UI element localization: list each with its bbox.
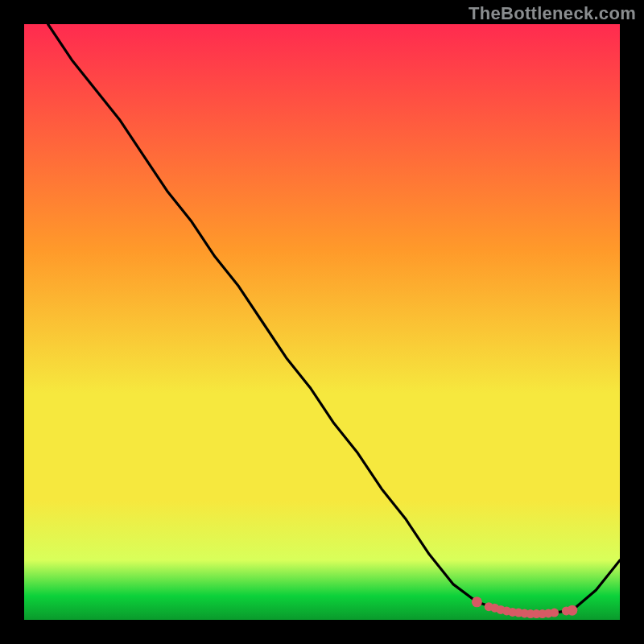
highlight-dot (550, 609, 559, 617)
highlight-dot (567, 605, 577, 616)
chart-svg (0, 0, 644, 644)
chart-container: TheBottleneck.com (0, 0, 644, 644)
highlight-dot (472, 597, 482, 607)
